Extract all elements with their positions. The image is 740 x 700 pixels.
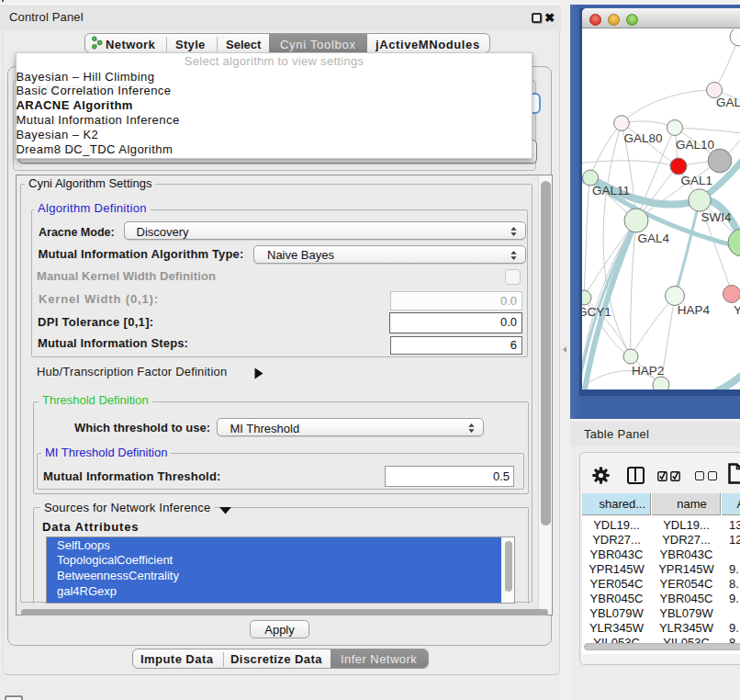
svg-text:GAL4: GAL4 bbox=[638, 231, 670, 245]
svg-text:GAL80: GAL80 bbox=[624, 131, 663, 145]
svg-text:SWI4: SWI4 bbox=[701, 210, 732, 224]
svg-text:HAP4: HAP4 bbox=[678, 303, 711, 317]
svg-text:GAL10: GAL10 bbox=[676, 138, 714, 152]
svg-text:HAP2: HAP2 bbox=[632, 364, 664, 378]
svg-text:GAL2: GAL2 bbox=[716, 96, 740, 109]
svg-text:GAL1: GAL1 bbox=[681, 174, 713, 187]
svg-text:GAL11: GAL11 bbox=[592, 184, 630, 198]
svg-text:Y: Y bbox=[734, 303, 740, 317]
svg-text:GCY1: GCY1 bbox=[582, 305, 611, 319]
